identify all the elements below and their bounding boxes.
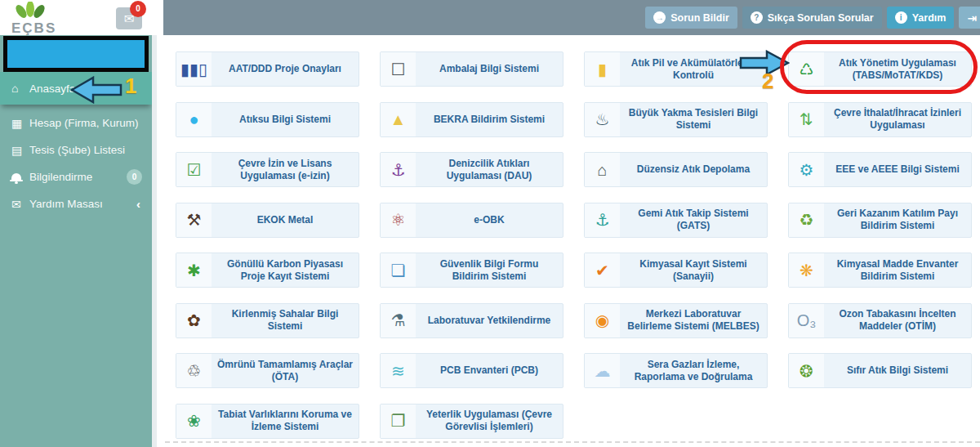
tile-label: Laboratuvar Yetkilendirme xyxy=(416,304,563,337)
factory-icon: ♨ xyxy=(585,103,620,136)
tile-atiksu-bilgi-sistemi[interactable]: ● Atıksu Bilgi Sistemi xyxy=(176,102,359,137)
logout-icon: ⇥ xyxy=(967,11,977,25)
warehouse-icon: ⌂ xyxy=(585,153,620,186)
tile-duzensiz-atik-depolama[interactable]: ⌂ Düzensiz Atık Depolama xyxy=(584,152,768,187)
tile-bekra-bildirim-sistemi[interactable]: ▲ BEKRA Bildirim Sistemi xyxy=(380,102,564,137)
document-check-icon: ☑ xyxy=(176,153,212,186)
tile-sifir-atik[interactable]: ❂ Sıfır Atık Bilgi Sistemi xyxy=(788,353,972,388)
tile-kirlenmis-sahalar[interactable]: ✿ Kirlenmiş Sahalar Bilgi Sistemi xyxy=(176,303,359,338)
ecbs-dashboard: EÇBS ✉ 0 → Sorun Bildir ? Sıkça Sorulan … xyxy=(0,0,980,447)
tile-label: EEE ve AEEE Bilgi Sistemi xyxy=(824,153,971,186)
tile-kimyasal-kayit-sistemi[interactable]: ✔ Kimyasal Kayıt Sistemi (Sanayii) xyxy=(584,253,768,288)
ship-icon: ⚓ xyxy=(585,203,620,237)
sidebar-item-label: Hesap (Firma, Kurum) xyxy=(29,117,139,129)
flask-icon: ⚗ xyxy=(381,304,416,337)
envelope-icon: ✉ xyxy=(11,198,29,211)
tile-ekok-metal[interactable]: ⚒ EKOK Metal xyxy=(176,203,359,238)
tile-aat-ddd-proje-onaylari[interactable]: ▮▮▯ AAT/DDD Proje Onayları xyxy=(176,51,359,87)
tile-label: Gemi Atık Takip Sistemi (GATS) xyxy=(620,203,767,237)
annotation-number-2: 2 xyxy=(762,69,773,94)
tile-guvenlik-bilgi-formu[interactable]: ❏ Güvenlik Bilgi Formu Bildirim Sistemi xyxy=(380,253,564,288)
tile-label: Geri Kazanım Katılım Payı Bildirim Siste… xyxy=(824,203,971,237)
tile-buyuk-yakma-tesisleri[interactable]: ♨ Büyük Yakma Tesisleri Bilgi Sistemi xyxy=(584,102,768,137)
tile-cevre-ithalat-ihracat[interactable]: ⇅ Çevre İthalat/İhracat İzinleri Uygulam… xyxy=(788,102,972,137)
binders-icon: ▮▮▯ xyxy=(176,52,212,86)
tile-label: PCB Envanteri (PCB) xyxy=(416,354,563,387)
sidebar-item-label: Anasayfa xyxy=(29,83,75,95)
tile-geri-kazanim-katilim-payi[interactable]: ♻ Geri Kazanım Katılım Payı Bildirim Sis… xyxy=(788,203,972,238)
arrow-right-circle-icon: → xyxy=(653,11,666,24)
tile-label: AAT/DDD Proje Onayları xyxy=(212,52,359,86)
tile-label: BEKRA Bildirim Sistemi xyxy=(416,103,563,136)
tile-yeterlik-uygulamasi[interactable]: ❐ Yeterlik Uygulaması (Çevre Görevlisi İ… xyxy=(380,404,564,439)
carbon-molecule-icon: ✱ xyxy=(176,253,212,287)
sidebar-item-tesis-listesi[interactable]: ▤ Tesis (Şube) Listesi xyxy=(0,136,152,163)
chevron-left-icon: ‹ xyxy=(136,197,140,211)
tile-e-obk[interactable]: ⚛ e-OBK xyxy=(380,203,564,238)
ecbs-logo: EÇBS xyxy=(11,2,56,40)
tile-label: Büyük Yakma Tesisleri Bilgi Sistemi xyxy=(620,103,767,136)
ozone-icon: O₃ xyxy=(789,304,824,337)
sidebar-item-bilgilendirme[interactable]: Bilgilendirme 0 xyxy=(0,163,152,190)
tile-gonullu-karbon-piyasasi[interactable]: ✱ Gönüllü Karbon Piyasası Proje Kayıt Si… xyxy=(176,253,359,288)
globe-gear-icon: ⚙ xyxy=(789,153,824,186)
open-box-icon: ☐ xyxy=(381,52,416,86)
triangle-icon: ▲ xyxy=(381,103,416,136)
tile-cevre-izin-lisans[interactable]: ☑ Çevre İzin ve Lisans Uygulaması (e-izi… xyxy=(176,152,359,187)
tile-label: Sera Gazları İzleme, Raporlama ve Doğrul… xyxy=(620,354,767,387)
tile-label: Ozon Tabakasını İncelten Maddeler (OTİM) xyxy=(824,304,971,337)
logout-button[interactable]: ⇥ Çıkış xyxy=(959,7,980,29)
red-circle-highlight xyxy=(780,40,978,94)
help-button[interactable]: i Yardım xyxy=(887,7,955,29)
cloud-icon: ☁ xyxy=(585,354,620,387)
molecule-hexagon-icon: ⚛ xyxy=(381,203,416,237)
box-icon: ▤ xyxy=(11,144,29,157)
tile-gemi-atik-takip[interactable]: ⚓ Gemi Atık Takip Sistemi (GATS) xyxy=(584,203,768,238)
header-button-label: Sorun Bildir xyxy=(670,12,729,24)
tile-kimyasal-madde-envanter[interactable]: ❋ Kimyasal Madde Envanter Bildirim Siste… xyxy=(788,253,972,288)
faq-button[interactable]: ? Sıkça Sorulan Sorular xyxy=(742,7,882,29)
import-export-box-icon: ⇅ xyxy=(789,103,824,136)
annotation-arrow-left-step1 xyxy=(70,76,122,104)
tile-tabiat-varliklari[interactable]: ❀ Tabiat Varlıklarını Koruma ve İzleme S… xyxy=(176,404,359,439)
tile-label: Güvenlik Bilgi Formu Bildirim Sistemi xyxy=(416,253,563,287)
tile-denizcilik-atiklari[interactable]: ⚓ Denizcilik Atıkları Uygulaması (DAU) xyxy=(380,152,564,187)
sidebar-item-label: Yardım Masası xyxy=(29,198,103,210)
tile-ambalaj-bilgi-sistemi[interactable]: ☐ Ambalaj Bilgi Sistemi xyxy=(380,51,564,87)
tile-label: EKOK Metal xyxy=(212,203,359,237)
sidebar-gutter xyxy=(152,35,157,447)
document-leaf-icon: ❐ xyxy=(381,405,416,438)
tile-sera-gazlari[interactable]: ☁ Sera Gazları İzleme, Raporlama ve Doğr… xyxy=(584,353,768,388)
tile-eee-aeee[interactable]: ⚙ EEE ve AEEE Bilgi Sistemi xyxy=(788,152,972,187)
report-problem-button[interactable]: → Sorun Bildir xyxy=(645,7,737,29)
notification-count-badge: 0 xyxy=(127,169,142,185)
tile-pcb-envanteri[interactable]: ≋ PCB Envanteri (PCB) xyxy=(380,353,564,388)
sidebar-item-hesap[interactable]: ▦ Hesap (Firma, Kurum) xyxy=(0,110,152,136)
tile-omrunu-tamamlamis-araclar[interactable]: ♲ Ömrünü Tamamlamış Araçlar (ÖTA) xyxy=(176,353,359,388)
wave-molecule-icon: ≋ xyxy=(381,354,416,387)
tile-label: Merkezi Laboratuvar Belirleme Sistemi (M… xyxy=(620,304,767,337)
sidebar-item-yardim-masasi[interactable]: ✉ Yardım Masası ‹ xyxy=(0,190,152,217)
nature-drop-leaf-icon: ❀ xyxy=(176,405,212,438)
car-recycle-icon: ♲ xyxy=(176,354,212,387)
tile-label: Atıksu Bilgi Sistemi xyxy=(212,103,359,136)
annotation-number-1: 1 xyxy=(125,74,136,99)
tile-merkezi-laboratuvar-melbes[interactable]: ◉ Merkezi Laboratuvar Belirleme Sistemi … xyxy=(584,303,768,338)
molecule-icon: ❋ xyxy=(789,253,824,287)
tile-ozon-tabakasi-otim[interactable]: O₃ Ozon Tabakasını İncelten Maddeler (OT… xyxy=(788,303,972,338)
flask-document-icon: ✔ xyxy=(585,253,620,287)
tile-label: Çevre İthalat/İhracat İzinleri Uygulamas… xyxy=(824,103,971,136)
recycle-icon: ♻ xyxy=(789,203,824,237)
tile-label: Düzensiz Atık Depolama xyxy=(620,153,767,186)
tile-laboratuvar-yetkilendirme[interactable]: ⚗ Laboratuvar Yetkilendirme xyxy=(380,303,564,338)
round-flask-icon: ◉ xyxy=(585,304,620,337)
mail-badge: 0 xyxy=(130,1,146,17)
header-button-label: Yardım xyxy=(912,12,947,24)
tile-label: Yeterlik Uygulaması (Çevre Görevlisi İşl… xyxy=(416,405,563,438)
tile-label: Denizcilik Atıkları Uygulaması (DAU) xyxy=(416,153,563,186)
main-content: ▮▮▯ AAT/DDD Proje Onayları ☐ Ambalaj Bil… xyxy=(157,35,980,447)
tile-label: Kimyasal Kayıt Sistemi (Sanayii) xyxy=(620,253,767,287)
ecbs-logo-leaves xyxy=(11,2,49,18)
home-icon: ⌂ xyxy=(11,82,29,95)
bottom-dashed-separator xyxy=(165,441,980,443)
